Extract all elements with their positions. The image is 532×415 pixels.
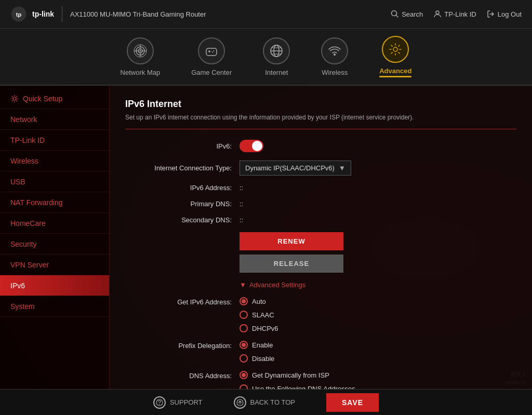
main-content: Quick Setup Network TP-Link ID Wireless … (0, 86, 532, 389)
search-label: Search (402, 10, 423, 18)
radio-disable-label: Disable (252, 355, 274, 363)
radio-get-dynamic-icon (240, 371, 248, 379)
sidebar: Quick Setup Network TP-Link ID Wireless … (0, 86, 109, 389)
radio-disable-icon (240, 354, 248, 363)
dns-address-radio-group: Get Dynamically from ISP Use the Followi… (240, 371, 355, 389)
primary-dns-label: Primary DNS: (125, 200, 240, 208)
sidebar-item-network[interactable]: Network (0, 109, 109, 130)
support-button[interactable]: SUPPORT (153, 396, 203, 409)
support-label: SUPPORT (170, 398, 203, 406)
sidebar-ipv6-label: IPv6 (10, 282, 25, 290)
radio-dhcpv6-label: DHCPv6 (252, 325, 278, 332)
sidebar-wireless-label: Wireless (10, 157, 38, 165)
logo-text: tp-link (32, 10, 54, 18)
svg-point-21 (393, 47, 397, 51)
get-ipv6-auto[interactable]: Auto (240, 297, 278, 305)
svg-point-13 (213, 50, 214, 51)
get-ipv6-radio-group: Auto SLAAC DHCPv6 (240, 297, 278, 332)
header: tp tp-link AX11000 MU-MIMO Tri-Band Gami… (0, 0, 532, 29)
renew-button[interactable]: RENEW (240, 232, 343, 250)
radio-get-dynamic-label: Get Dynamically from ISP (252, 371, 329, 379)
ipv6-address-row: IPv6 Address: :: (125, 184, 516, 192)
sidebar-network-label: Network (10, 115, 37, 124)
sidebar-item-security[interactable]: Security (0, 234, 109, 255)
radio-auto-label: Auto (252, 298, 266, 305)
search-button[interactable]: Search (391, 10, 423, 18)
ipv6-address-label: IPv6 Address: (125, 184, 240, 192)
prefix-enable[interactable]: Enable (240, 341, 274, 349)
ipv6-toggle-label: IPv6: (125, 142, 240, 150)
logo-area: tp tp-link (10, 6, 54, 22)
nav-advanced[interactable]: Advanced (379, 36, 411, 77)
prefix-delegation-row: Prefix Delegation: Enable Disable (125, 341, 516, 363)
advanced-triangle-icon: ▼ (240, 281, 246, 289)
logout-icon (487, 10, 495, 18)
secondary-dns-row: Secondary DNS: :: (125, 216, 516, 224)
svg-point-24 (159, 404, 160, 405)
page-description: Set up an IPv6 internet connection using… (125, 114, 516, 129)
tplink-id-button[interactable]: TP-Link ID (433, 10, 476, 18)
logout-button[interactable]: Log Out (487, 10, 522, 18)
sidebar-item-vpn-server[interactable]: VPN Server (0, 255, 109, 275)
prefix-delegation-label: Prefix Delegation: (125, 341, 240, 350)
router-model: AX11000 MU-MIMO Tri-Band Gaming Router (70, 10, 206, 18)
nav-network-map[interactable]: Network Map (121, 37, 161, 76)
sidebar-item-usb[interactable]: USB (0, 171, 109, 192)
back-to-top-button[interactable]: BACK TO TOP (234, 396, 295, 409)
get-ipv6-dhcpv6[interactable]: DHCPv6 (240, 324, 278, 332)
dropdown-arrow-icon: ▼ (339, 164, 345, 172)
svg-line-3 (396, 15, 398, 17)
nav-wireless-label: Wireless (322, 69, 348, 76)
ipv6-address-value: :: (240, 184, 243, 192)
connection-type-dropdown[interactable]: Dynamic IP(SLAAC/DHCPv6) ▼ (240, 160, 351, 176)
get-ipv6-slaac[interactable]: SLAAC (240, 311, 278, 319)
secondary-dns-label: Secondary DNS: (125, 216, 240, 224)
ipv6-toggle[interactable] (240, 140, 263, 152)
sidebar-item-ipv6[interactable]: IPv6 (0, 275, 109, 296)
wireless-icon (321, 37, 348, 64)
svg-text:tp: tp (16, 11, 22, 18)
radio-auto-icon (240, 297, 248, 305)
radio-enable-label: Enable (252, 341, 273, 349)
nav-bar: Network Map Game Center (0, 29, 532, 86)
sidebar-quick-setup-label: Quick Setup (23, 95, 62, 103)
advanced-settings-toggle[interactable]: ▼ Advanced Settings (240, 281, 516, 289)
connection-type-value: Dynamic IP(SLAAC/DHCPv6) (245, 164, 335, 172)
nav-game-center[interactable]: Game Center (191, 37, 232, 76)
sidebar-nat-label: NAT Forwarding (10, 198, 63, 207)
dns-get-dynamically[interactable]: Get Dynamically from ISP (240, 371, 355, 379)
settings-icon (10, 95, 19, 103)
connection-type-row: Internet Connection Type: Dynamic IP(SLA… (125, 160, 516, 176)
back-to-top-label: BACK TO TOP (250, 398, 295, 406)
get-ipv6-row: Get IPv6 Address: Auto SLAAC DHCPv6 (125, 297, 516, 332)
sidebar-item-tplink-id[interactable]: TP-Link ID (0, 130, 109, 151)
nav-game-center-label: Game Center (191, 69, 232, 76)
game-center-icon (198, 37, 225, 64)
advanced-icon (382, 36, 409, 63)
radio-dhcpv6-icon (240, 324, 248, 332)
sidebar-item-wireless[interactable]: Wireless (0, 151, 109, 171)
radio-enable-icon (240, 341, 248, 349)
sidebar-usb-label: USB (10, 178, 25, 186)
sidebar-item-nat-forwarding[interactable]: NAT Forwarding (0, 192, 109, 213)
dns-use-following[interactable]: Use the Following DNS Addresses (240, 384, 355, 389)
radio-slaac-icon (240, 311, 248, 319)
prefix-disable[interactable]: Disable (240, 354, 274, 363)
save-button[interactable]: SAVE (326, 393, 379, 412)
sidebar-vpn-label: VPN Server (10, 261, 49, 269)
release-button[interactable]: RELEASE (240, 255, 343, 273)
back-to-top-icon (234, 396, 246, 409)
sidebar-item-quick-setup[interactable]: Quick Setup (0, 88, 109, 109)
svg-point-22 (13, 97, 16, 100)
connection-type-label: Internet Connection Type: (125, 164, 240, 172)
sidebar-item-homecare[interactable]: HomeCare (0, 213, 109, 234)
footer: SUPPORT BACK TO TOP SAVE (0, 389, 532, 415)
tplink-logo-icon: tp (10, 6, 27, 22)
nav-wireless[interactable]: Wireless (321, 37, 348, 76)
sidebar-item-system[interactable]: System (0, 296, 109, 317)
support-icon (153, 396, 166, 409)
sidebar-homecare-label: HomeCare (10, 219, 46, 227)
nav-internet[interactable]: Internet (263, 37, 290, 76)
button-group: RENEW RELEASE (240, 232, 343, 273)
sidebar-security-label: Security (10, 240, 37, 248)
